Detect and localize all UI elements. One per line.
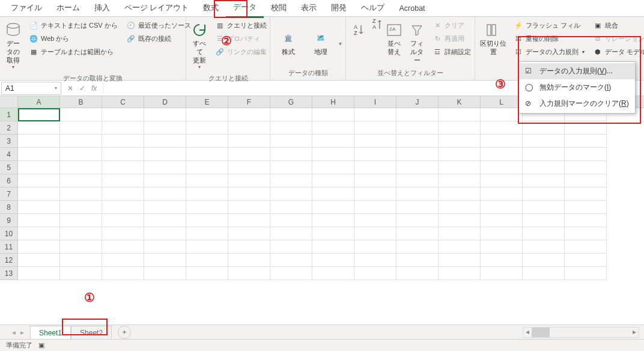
tab-help[interactable]: ヘルプ	[354, 0, 392, 17]
col-header[interactable]: E	[186, 96, 228, 108]
row-header[interactable]: 3	[0, 135, 18, 148]
cell[interactable]	[565, 201, 607, 214]
cell[interactable]	[186, 201, 228, 214]
cell[interactable]	[396, 240, 439, 254]
cell[interactable]	[481, 148, 523, 161]
cell[interactable]	[439, 108, 481, 121]
row-header[interactable]: 11	[0, 240, 18, 254]
cell[interactable]	[144, 188, 186, 201]
tab-file[interactable]: ファイル	[4, 0, 49, 17]
cell[interactable]	[270, 188, 312, 201]
cell[interactable]	[18, 135, 60, 148]
cell[interactable]	[144, 148, 186, 161]
cell[interactable]	[186, 188, 228, 201]
from-web-button[interactable]: 🌐Web から	[26, 32, 120, 44]
flash-fill-button[interactable]: ⚡フラッシュ フィル	[511, 19, 587, 31]
cell[interactable]	[565, 214, 607, 227]
advanced-filter-button[interactable]: ☲詳細設定	[430, 46, 473, 58]
cell[interactable]	[354, 174, 396, 188]
cell[interactable]	[439, 188, 481, 201]
cell[interactable]	[439, 161, 481, 174]
cell[interactable]	[228, 214, 270, 227]
cell[interactable]	[102, 254, 144, 267]
cell[interactable]	[60, 201, 102, 214]
row-header[interactable]: 6	[0, 174, 18, 188]
cell[interactable]	[270, 240, 312, 254]
cell[interactable]	[354, 201, 396, 214]
cell[interactable]	[60, 254, 102, 267]
cell[interactable]	[312, 214, 354, 227]
cell[interactable]	[523, 227, 565, 240]
cell[interactable]	[439, 121, 481, 135]
cell[interactable]	[396, 108, 439, 121]
clear-filter-button[interactable]: ✕クリア	[430, 19, 473, 31]
from-table-button[interactable]: ▦テーブルまたは範囲から	[26, 46, 120, 58]
cell[interactable]	[312, 240, 354, 254]
cell[interactable]	[102, 108, 144, 121]
cell[interactable]	[396, 188, 439, 201]
cell[interactable]	[228, 254, 270, 267]
cell[interactable]	[228, 174, 270, 188]
cell[interactable]	[439, 227, 481, 240]
cell[interactable]	[60, 188, 102, 201]
cell[interactable]	[186, 161, 228, 174]
cell[interactable]	[523, 188, 565, 201]
cell[interactable]	[354, 135, 396, 148]
cell[interactable]	[186, 121, 228, 135]
cell[interactable]	[18, 240, 60, 254]
cell[interactable]	[312, 161, 354, 174]
tab-acrobat[interactable]: Acrobat	[392, 1, 432, 16]
cell[interactable]	[60, 148, 102, 161]
cell[interactable]	[439, 201, 481, 214]
overflow-icon[interactable]: ▾	[339, 40, 342, 47]
cell[interactable]	[439, 267, 481, 280]
text-to-columns-button[interactable]: 区切り位置	[479, 19, 508, 59]
cell[interactable]	[228, 108, 270, 121]
cell[interactable]	[396, 214, 439, 227]
cell[interactable]	[565, 148, 607, 161]
cell[interactable]	[102, 201, 144, 214]
cell[interactable]	[270, 201, 312, 214]
sheet-tab[interactable]: Sheet1	[30, 326, 71, 340]
cell[interactable]	[18, 254, 60, 267]
cell[interactable]	[312, 254, 354, 267]
cell[interactable]	[270, 174, 312, 188]
cell[interactable]	[565, 174, 607, 188]
data-validation-item[interactable]: ☑ データの入力規則(V)...	[519, 63, 635, 79]
col-header[interactable]: A	[18, 96, 60, 108]
cell[interactable]	[312, 108, 354, 121]
sheet-tab[interactable]: Sheet2	[71, 326, 112, 340]
cell[interactable]	[523, 240, 565, 254]
row-header[interactable]: 5	[0, 161, 18, 174]
recent-sources-button[interactable]: 🕘最近使ったソース	[124, 19, 193, 31]
col-header[interactable]: L	[481, 96, 523, 108]
cell[interactable]	[565, 121, 607, 135]
cell[interactable]	[102, 240, 144, 254]
col-header[interactable]: B	[60, 96, 102, 108]
cell[interactable]	[144, 201, 186, 214]
col-header[interactable]: H	[312, 96, 354, 108]
cell[interactable]	[396, 254, 439, 267]
circle-invalid-item[interactable]: ◯ 無効データのマーク(I)	[519, 79, 635, 96]
cell[interactable]	[60, 240, 102, 254]
cell[interactable]	[481, 135, 523, 148]
row-header[interactable]: 8	[0, 201, 18, 214]
tab-review[interactable]: 校閲	[264, 0, 294, 17]
col-header[interactable]: K	[439, 96, 481, 108]
cell[interactable]	[186, 267, 228, 280]
cell[interactable]	[18, 121, 60, 135]
cell[interactable]	[396, 148, 439, 161]
cell[interactable]	[565, 188, 607, 201]
cell[interactable]	[396, 174, 439, 188]
col-header[interactable]: I	[354, 96, 396, 108]
cell[interactable]	[144, 254, 186, 267]
refresh-all-button[interactable]: すべて 更新 ▾	[190, 19, 209, 73]
cell[interactable]	[523, 267, 565, 280]
cell[interactable]	[186, 135, 228, 148]
sort-az-button[interactable]: AZ	[350, 19, 368, 42]
cell[interactable]	[312, 135, 354, 148]
cell[interactable]	[270, 135, 312, 148]
cell[interactable]	[18, 148, 60, 161]
cell[interactable]	[102, 148, 144, 161]
cell[interactable]	[481, 161, 523, 174]
